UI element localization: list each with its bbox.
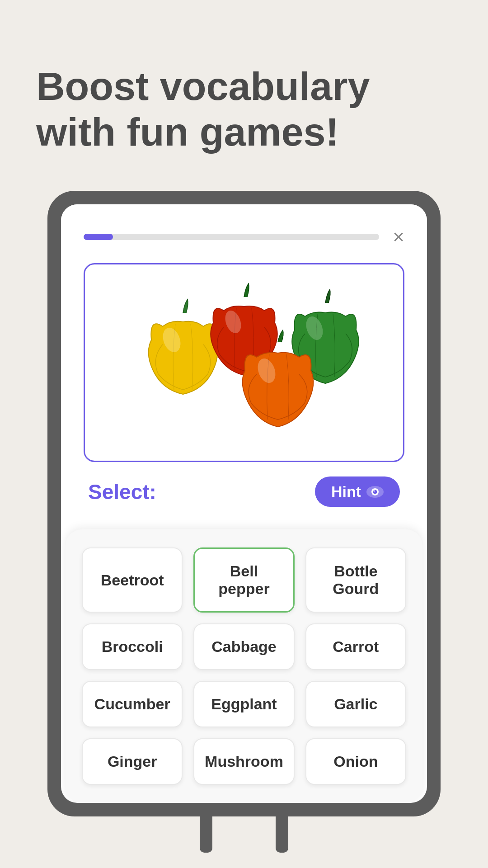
option-btn-bell-pepper[interactable]: Bell pepper [193, 547, 294, 613]
option-btn-broccoli[interactable]: Broccoli [82, 623, 183, 670]
option-btn-cucumber[interactable]: Cucumber [82, 681, 183, 727]
option-btn-ginger[interactable]: Ginger [82, 738, 183, 785]
progress-track [84, 234, 379, 240]
headline-section: Boost vocabulary with fun games! [0, 0, 488, 182]
stand-leg-left [200, 816, 212, 853]
eye-icon [366, 486, 384, 498]
phone-stand [145, 816, 343, 853]
option-btn-onion[interactable]: Onion [305, 738, 406, 785]
progress-row: × [84, 227, 404, 247]
options-panel: BeetrootBell pepperBottle GourdBroccoliC… [66, 529, 422, 803]
option-btn-mushroom[interactable]: Mushroom [193, 738, 294, 785]
select-label: Select: [88, 480, 156, 504]
question-image-card [84, 263, 404, 462]
option-btn-beetroot[interactable]: Beetroot [82, 547, 183, 613]
device-frame: × [47, 191, 441, 816]
option-btn-garlic[interactable]: Garlic [305, 681, 406, 727]
option-btn-eggplant[interactable]: Eggplant [193, 681, 294, 727]
option-btn-cabbage[interactable]: Cabbage [193, 623, 294, 670]
headline-text: Boost vocabulary with fun games! [36, 63, 452, 155]
select-row: Select: Hint [84, 476, 404, 507]
svg-point-8 [374, 490, 375, 491]
options-grid: BeetrootBell pepperBottle GourdBroccoliC… [82, 547, 406, 785]
option-btn-bottle-gourd[interactable]: Bottle Gourd [305, 547, 406, 613]
quiz-container: × [61, 204, 427, 529]
stand-leg-right [276, 816, 288, 853]
progress-fill [84, 234, 113, 240]
option-btn-carrot[interactable]: Carrot [305, 623, 406, 670]
svg-point-7 [373, 490, 377, 494]
hint-button[interactable]: Hint [315, 476, 400, 507]
device-screen: × [61, 204, 427, 803]
close-button[interactable]: × [393, 227, 404, 247]
peppers-image [108, 277, 380, 448]
